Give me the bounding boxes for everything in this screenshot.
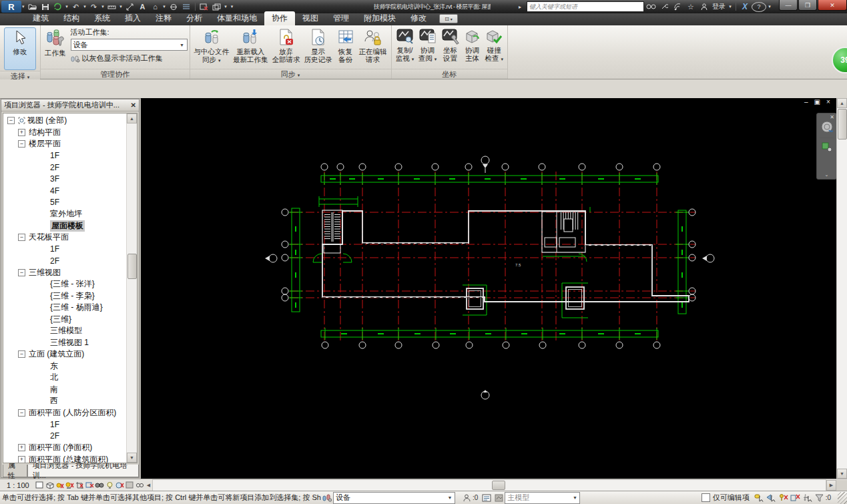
tree-item[interactable]: +面积平面 (总建筑面积) bbox=[3, 454, 126, 463]
gray-inactive-worksets-toggle[interactable]: 以灰色显示非活动工作集 bbox=[71, 53, 188, 63]
project-browser-titlebar[interactable]: 项目浏览器 - 技师学院机电培训中... ✕ bbox=[1, 99, 139, 111]
customize-qat-icon[interactable]: ▾ bbox=[229, 1, 236, 12]
tab-建筑[interactable]: 建筑 bbox=[25, 11, 56, 25]
thin-lines-icon[interactable] bbox=[180, 1, 192, 12]
hscroll-right-icon[interactable]: ▶ bbox=[826, 480, 836, 491]
scroll-down-icon[interactable]: ▼ bbox=[127, 453, 137, 463]
worksharing-display-icon[interactable] bbox=[115, 481, 125, 490]
navbar-more-icon[interactable]: ⌄ bbox=[825, 172, 829, 178]
tree-item[interactable]: +面积平面 (净面积) bbox=[3, 442, 126, 454]
sign-in-label[interactable]: 登录 bbox=[712, 2, 726, 11]
tree-item[interactable]: 3F bbox=[3, 174, 126, 186]
visual-style-icon[interactable] bbox=[45, 481, 55, 490]
tab-project-browser[interactable]: 项目浏览器 - 技师学院机电培训... bbox=[27, 465, 139, 477]
view-restore-icon[interactable]: ▣ bbox=[814, 98, 820, 105]
tree-item[interactable]: 1F bbox=[3, 419, 126, 431]
sync-dropdown-icon[interactable]: ▾ bbox=[65, 1, 69, 12]
sync-with-central-icon[interactable] bbox=[52, 1, 64, 12]
select-editable-cursor-icon[interactable] bbox=[754, 493, 766, 503]
tab-系统[interactable]: 系统 bbox=[87, 11, 117, 25]
tree-item[interactable]: {三维 - 张洋} bbox=[3, 278, 126, 290]
tree-item[interactable]: 三维视图 1 bbox=[3, 337, 126, 349]
analysis-display-icon[interactable] bbox=[125, 481, 135, 490]
exchange-apps-icon[interactable]: X bbox=[738, 1, 752, 12]
tree-item[interactable]: 屋面楼板 bbox=[3, 220, 126, 232]
tab-注释[interactable]: 注释 bbox=[148, 11, 179, 25]
view-minimize-icon[interactable]: – bbox=[804, 98, 808, 105]
design-option-arrow-icon[interactable]: ▼ bbox=[570, 493, 579, 503]
design-option-select[interactable]: 主模型 ▼ bbox=[505, 492, 580, 504]
drawing-area[interactable]: 7.5 – ▣ × ✕ ⌄ bbox=[141, 98, 836, 479]
steering-wheel-icon[interactable] bbox=[820, 120, 834, 135]
collapse-toggle-icon[interactable]: − bbox=[18, 350, 25, 358]
editable-only-checkbox[interactable] bbox=[701, 493, 710, 502]
tree-item[interactable]: 北 bbox=[3, 372, 126, 384]
sign-in-user-icon[interactable] bbox=[697, 1, 711, 12]
expand-toggle-icon[interactable]: + bbox=[18, 129, 25, 136]
collapse-toggle-icon[interactable]: − bbox=[7, 117, 15, 124]
vscroll-up-icon[interactable]: ▲ bbox=[837, 98, 847, 108]
status-workset-select[interactable]: 设备 ▼ bbox=[333, 492, 455, 504]
project-browser-close-icon[interactable]: ✕ bbox=[131, 101, 136, 109]
open-icon[interactable] bbox=[27, 1, 39, 12]
tree-item[interactable]: 2F bbox=[3, 431, 126, 443]
tree-item[interactable]: {三维 - 李枭} bbox=[3, 290, 126, 302]
tree-item[interactable]: −视图 (全部) bbox=[3, 115, 126, 127]
vscroll-down-icon[interactable]: ▼ bbox=[837, 469, 847, 479]
worksets-dialog-icon[interactable] bbox=[481, 493, 493, 503]
help-dropdown-icon[interactable]: ▾ bbox=[766, 1, 773, 12]
sun-path-icon[interactable] bbox=[55, 481, 65, 490]
aligned-dimension-icon[interactable] bbox=[124, 1, 136, 12]
navbar-close-icon[interactable]: ✕ bbox=[830, 114, 834, 120]
tree-item[interactable]: 1F bbox=[3, 244, 126, 256]
tree-item[interactable]: {三维 - 杨雨迪} bbox=[3, 302, 126, 314]
communication-center-icon[interactable] bbox=[671, 1, 684, 12]
temporary-hide-isolate-icon[interactable] bbox=[105, 481, 115, 490]
tree-item[interactable]: 1F bbox=[3, 150, 126, 162]
drag-on-selection-icon[interactable] bbox=[802, 493, 814, 503]
select-underlay-icon[interactable] bbox=[790, 493, 802, 503]
active-workset-select[interactable]: 设备 ▼ bbox=[71, 39, 188, 51]
subscription-wrench-icon[interactable] bbox=[657, 1, 671, 12]
tree-item[interactable]: {三维} bbox=[3, 314, 126, 326]
tab-附加模块[interactable]: 附加模块 bbox=[356, 11, 403, 25]
tree-item[interactable]: 2F bbox=[3, 255, 126, 267]
measure-icon[interactable] bbox=[106, 1, 118, 12]
scroll-up-icon[interactable]: ▲ bbox=[127, 113, 137, 123]
view-close-icon[interactable]: × bbox=[826, 98, 830, 105]
tree-item[interactable]: 室外地坪 bbox=[3, 208, 126, 220]
hscroll-left-icon[interactable]: ◀ bbox=[145, 483, 152, 488]
tab-体量和场地[interactable]: 体量和场地 bbox=[210, 11, 264, 25]
relinquish-all-button[interactable]: 放弃 全部请求 bbox=[270, 27, 302, 63]
default-3d-view-icon[interactable]: ⌂ bbox=[150, 1, 162, 12]
editing-requests-button[interactable]: 正在编辑 请求 bbox=[357, 27, 389, 63]
resize-grip[interactable] bbox=[838, 492, 847, 504]
design-options-icon[interactable] bbox=[493, 493, 505, 503]
tree-item[interactable]: 2F bbox=[3, 162, 126, 174]
tree-item[interactable]: 三维模型 bbox=[3, 325, 126, 337]
undo-icon[interactable]: ↶ bbox=[70, 1, 82, 12]
help-icon[interactable]: ? bbox=[752, 2, 766, 12]
tree-item[interactable]: 南 bbox=[3, 384, 126, 396]
restore-button[interactable]: ❐ bbox=[798, 0, 817, 11]
favorites-star-icon[interactable]: ☆ bbox=[684, 1, 697, 12]
tab-结构[interactable]: 结构 bbox=[56, 11, 87, 25]
tree-item[interactable]: 4F bbox=[3, 185, 126, 197]
shadows-icon[interactable] bbox=[65, 481, 75, 490]
tab-视图[interactable]: 视图 bbox=[295, 11, 326, 25]
coordination-host-button[interactable]: 协调 主体 bbox=[462, 27, 483, 62]
crop-view-icon[interactable] bbox=[75, 481, 85, 490]
synchronize-panel-label[interactable]: 同步 ▾ bbox=[190, 69, 391, 79]
copy-monitor-button[interactable]: 复制/ 监视 ▾ bbox=[394, 27, 416, 63]
select-pinned-icon[interactable] bbox=[778, 493, 790, 503]
text-icon[interactable]: A bbox=[137, 1, 149, 12]
search-icon[interactable] bbox=[644, 1, 657, 12]
search-input[interactable]: 键入关键字或短语 bbox=[527, 1, 644, 12]
tree-item[interactable]: 东 bbox=[3, 360, 126, 372]
reveal-hidden-elements-icon[interactable] bbox=[95, 481, 105, 490]
coordination-review-button[interactable]: 协调 查阅 ▾ bbox=[416, 27, 439, 63]
tree-item[interactable]: −楼层平面 bbox=[3, 138, 126, 150]
view-scale-button[interactable]: 1 : 100 bbox=[0, 481, 35, 489]
sync-with-central-button[interactable]: 与中心文件 同步 ▾ bbox=[192, 27, 232, 65]
show-crop-region-icon[interactable] bbox=[85, 481, 95, 490]
